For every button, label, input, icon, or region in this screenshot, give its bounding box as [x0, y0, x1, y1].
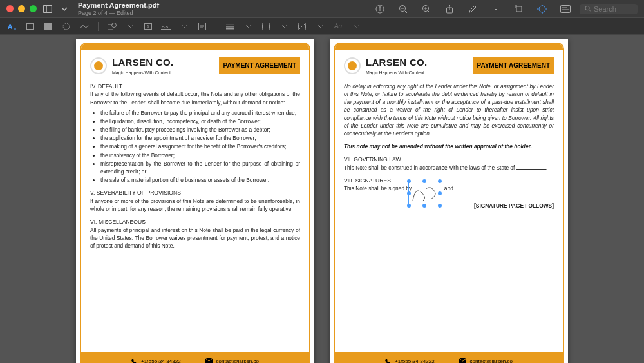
- list-item: the sale of a material portion of the bu…: [100, 176, 300, 184]
- svg-rect-14: [516, 6, 522, 12]
- footer-email: contact@larsen.co: [205, 358, 259, 364]
- signature-page-follows: [SIGNATURE PAGE FOLLOWS]: [344, 202, 554, 210]
- mail-icon: [205, 358, 213, 363]
- company-name: LARSEN CO.: [112, 55, 174, 70]
- svg-rect-16: [561, 5, 571, 12]
- markup-pencil-icon[interactable]: [466, 3, 479, 15]
- zoom-window-button[interactable]: [30, 5, 37, 12]
- body-text: This Note shall be construed in accordan…: [344, 164, 554, 172]
- window-titlebar: Payment Agreement.pdf Page 2 of 4 — Edit…: [0, 0, 644, 18]
- section-heading: V. SEVERABILITY OF PROVISIONS: [90, 189, 300, 197]
- fill-color-icon[interactable]: [296, 21, 308, 32]
- section-heading: VI. MISCELLANEOUS: [90, 218, 300, 226]
- svg-text:A: A: [8, 23, 12, 30]
- share-icon[interactable]: [443, 3, 456, 15]
- pdf-page-3[interactable]: LARSEN CO. Magic Happens With Content PA…: [330, 39, 568, 363]
- mail-icon: [459, 358, 466, 363]
- form-icon[interactable]: [559, 3, 572, 15]
- chevron-down-icon[interactable]: [314, 21, 326, 32]
- chevron-down-icon[interactable]: [242, 21, 254, 32]
- list-item: misrepresentation by the Borrower to the…: [100, 160, 300, 175]
- document-badge: PAYMENT AGREEMENT: [219, 57, 300, 75]
- section-heading: VII. GOVERNING LAW: [344, 155, 554, 163]
- search-input[interactable]: [594, 5, 632, 13]
- list-item: the failure of the Borrower to pay the p…: [100, 109, 300, 117]
- company-tagline: Magic Happens With Content: [112, 70, 174, 76]
- company-tagline: Magic Happens With Content: [366, 70, 428, 76]
- annotate-toolbar-icon[interactable]: [536, 3, 549, 15]
- chevron-down-icon[interactable]: [124, 21, 136, 32]
- font-style-icon[interactable]: Aa: [332, 21, 344, 32]
- svg-point-25: [63, 23, 70, 30]
- svg-point-15: [539, 6, 545, 12]
- rectangle-tool-icon[interactable]: [24, 21, 36, 32]
- phone-icon: [131, 358, 137, 364]
- body-text-bold-italic: This note may not be amended without the…: [344, 142, 554, 150]
- lasso-tool-icon[interactable]: [61, 21, 72, 32]
- zoom-out-icon[interactable]: [397, 3, 410, 15]
- svg-rect-0: [44, 5, 52, 12]
- rotate-icon[interactable]: [513, 3, 526, 15]
- chevron-down-icon[interactable]: [178, 21, 190, 32]
- svg-rect-23: [27, 23, 34, 29]
- document-badge: PAYMENT AGREEMENT: [473, 57, 554, 75]
- chevron-down-icon[interactable]: [350, 21, 362, 32]
- svg-line-40: [299, 23, 305, 30]
- chevron-down-icon[interactable]: [278, 21, 290, 32]
- footer-phone: +1(555)34-34322: [385, 358, 435, 364]
- company-name: LARSEN CO.: [366, 55, 428, 70]
- svg-point-4: [380, 6, 381, 7]
- line-weight-icon[interactable]: [224, 21, 236, 32]
- chevron-down-icon[interactable]: [59, 3, 70, 15]
- svg-line-6: [405, 10, 408, 13]
- shapes-tool-icon[interactable]: [106, 21, 118, 32]
- list-item: the application for the appointment of a…: [100, 134, 300, 142]
- phone-icon: [385, 358, 391, 364]
- signature-annotation-selected[interactable]: [408, 181, 440, 206]
- list-item: the filing of bankruptcy proceedings inv…: [100, 126, 300, 133]
- company-logo-icon: [344, 57, 361, 74]
- svg-point-27: [112, 23, 117, 27]
- svg-rect-24: [44, 23, 52, 30]
- signature-line: This Note shall be signed by and .: [344, 184, 554, 192]
- signature-mark-icon: [409, 181, 441, 207]
- text-box-tool-icon[interactable]: A: [142, 21, 154, 32]
- section-heading: IV. DEFAULT: [90, 83, 300, 90]
- sketch-tool-icon[interactable]: [79, 21, 90, 32]
- document-filename: Payment Agreement.pdf: [78, 1, 159, 10]
- svg-rect-26: [108, 25, 113, 30]
- minimize-window-button[interactable]: [18, 5, 25, 12]
- svg-point-19: [585, 6, 589, 10]
- body-text: All payments of principal and interest o…: [90, 226, 300, 250]
- blank-field: [516, 164, 546, 170]
- stroke-color-icon[interactable]: [260, 21, 272, 32]
- zoom-in-icon[interactable]: [420, 3, 433, 15]
- note-tool-icon[interactable]: [196, 21, 208, 32]
- company-logo-icon: [90, 57, 107, 74]
- document-page-status: Page 2 of 4 — Edited: [78, 10, 159, 16]
- resize-handle[interactable]: [438, 191, 442, 195]
- annotation-toolbar: A A Aa: [0, 18, 644, 35]
- search-icon: [585, 5, 591, 12]
- list-item: the making of a general assignment for t…: [100, 142, 300, 150]
- info-icon[interactable]: [374, 3, 386, 15]
- text-tool-icon[interactable]: A: [6, 21, 18, 32]
- search-box[interactable]: [580, 4, 638, 14]
- svg-line-20: [589, 10, 591, 11]
- sidebar-toggle-icon[interactable]: [42, 3, 53, 15]
- svg-text:A: A: [147, 24, 150, 28]
- blank-field: [455, 185, 484, 190]
- pdf-page-2[interactable]: LARSEN CO. Magic Happens With Content PA…: [76, 39, 314, 363]
- footer-phone: +1(555)34-34322: [131, 358, 181, 364]
- body-text: If anyone or more of the provisions of t…: [90, 197, 300, 213]
- chevron-down-small-icon[interactable]: [489, 3, 502, 15]
- redact-tool-icon[interactable]: [43, 21, 54, 32]
- body-text-italic: No delay in enforcing any right of the L…: [344, 83, 554, 137]
- sign-tool-icon[interactable]: [160, 21, 172, 32]
- list-item: the insolvency of the Borrower;: [100, 152, 300, 159]
- section-heading: VIII. SIGNATURES: [344, 177, 554, 184]
- svg-line-9: [428, 10, 431, 13]
- document-canvas[interactable]: LARSEN CO. Magic Happens With Content PA…: [0, 35, 644, 363]
- close-window-button[interactable]: [6, 5, 14, 12]
- body-text: If any of the following events of defaul…: [90, 90, 300, 106]
